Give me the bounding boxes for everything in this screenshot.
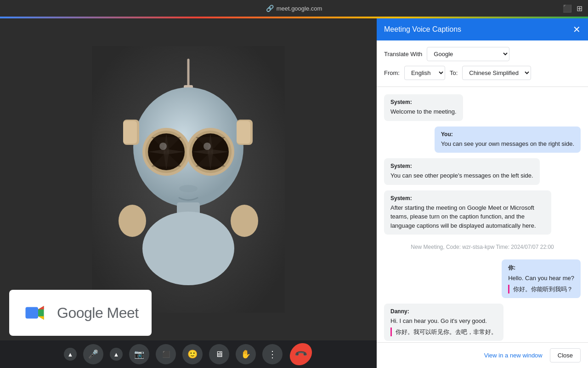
close-footer-button[interactable]: Close	[550, 348, 581, 362]
svg-rect-23	[26, 307, 39, 319]
cast-icon[interactable]: ⬛	[563, 4, 572, 13]
msg-sender-system2: System:	[390, 163, 533, 169]
grid-icon[interactable]: ⊞	[577, 4, 582, 13]
svg-point-20	[231, 205, 258, 237]
url-bar: 🔗 meet.google.com	[266, 5, 322, 12]
translate-with-row: Translate With Google	[384, 47, 581, 61]
msg-translation-danny: 你好。我可以听见你。去吧，非常好。	[390, 328, 497, 337]
view-new-window-link[interactable]: View in a new window	[484, 352, 543, 359]
message-system-welcome: System: Welcome to the meeting.	[384, 94, 463, 121]
msg-text-you: You can see your own messages on the rig…	[441, 139, 574, 149]
msg-sender-system3: System:	[390, 195, 545, 201]
google-meet-icon	[22, 299, 50, 327]
panel-close-button[interactable]: ✕	[573, 25, 581, 34]
captions-button[interactable]: ⬛	[156, 344, 176, 364]
to-label: To:	[450, 69, 458, 76]
message-you-chinese: 你: Hello. Can you hear me? 你好。你能听到我吗？	[502, 259, 581, 298]
msg-text-danny: Hi. I can hear you. Go it's very good.	[390, 316, 497, 326]
settings-area: Translate With Google From: English Span…	[377, 40, 588, 87]
main-area: Google Meet ▲ 🎤 ▲ 📷 ⬛ 🙂 🖥 ✋ ⋮ 📞 Meeting …	[0, 18, 588, 368]
bottom-controls: ▲ 🎤 ▲ 📷 ⬛ 🙂 🖥 ✋ ⋮ 📞	[0, 340, 377, 368]
svg-point-19	[119, 205, 146, 237]
svg-rect-5	[123, 121, 137, 144]
panel-title: Meeting Voice Captions	[384, 25, 461, 34]
more-options-button[interactable]: ⋮	[262, 344, 283, 364]
chevron-up-mic-button[interactable]: ▲	[64, 348, 77, 361]
from-to-row: From: English Spanish French To: Chinese…	[384, 66, 581, 80]
messages-area: System: Welcome to the meeting. You: You…	[377, 87, 588, 342]
msg-text-ni-main: Hello. Can you hear me?	[508, 274, 574, 283]
msg-sender-system1: System:	[390, 99, 457, 105]
camera-button[interactable]: 📷	[129, 344, 149, 364]
translate-with-select[interactable]: Google	[427, 47, 509, 61]
microphone-button[interactable]: 🎤	[83, 344, 103, 364]
from-label: From:	[384, 69, 400, 76]
message-system-instructions: System: After starting the meeting on Go…	[384, 190, 551, 235]
msg-text-left: You can see other people's messages on t…	[390, 171, 533, 180]
chevron-up-cam-button[interactable]: ▲	[110, 348, 123, 361]
browser-bar: 🔗 meet.google.com ⬛ ⊞	[0, 0, 588, 17]
video-area: Google Meet ▲ 🎤 ▲ 📷 ⬛ 🙂 🖥 ✋ ⋮ 📞	[0, 18, 377, 368]
message-system-left: System: You can see other people's messa…	[384, 158, 540, 185]
svg-point-18	[142, 212, 234, 285]
meeting-info: New Meeting, Code: wzr-stsa-kpw Time: 20…	[384, 240, 581, 254]
google-meet-logo: Google Meet	[9, 290, 152, 336]
msg-text-instructions: After starting the meeting on Google Mee…	[390, 203, 545, 230]
msg-sender-danny: Danny:	[390, 308, 497, 315]
from-language-select[interactable]: English Spanish French	[404, 66, 445, 80]
present-button[interactable]: 🖥	[209, 344, 229, 364]
message-you: You: You can see your own messages on th…	[435, 126, 581, 153]
msg-translation-ni: 你好。你能听到我吗？	[508, 285, 574, 294]
end-call-button[interactable]: 📞	[285, 339, 317, 368]
msg-sender-ni: 你:	[508, 264, 574, 272]
svg-point-11	[159, 143, 167, 150]
url-text: meet.google.com	[277, 5, 322, 12]
to-language-select[interactable]: Chinese Simplified English Spanish	[462, 66, 531, 80]
browser-actions: ⬛ ⊞	[563, 4, 582, 13]
raise-hand-button[interactable]: ✋	[236, 344, 256, 364]
svg-point-16	[179, 185, 198, 192]
msg-sender-you: You:	[441, 131, 574, 138]
url-icon: 🔗	[266, 5, 274, 12]
google-meet-text: Google Meet	[57, 305, 139, 322]
translate-with-label: Translate With	[384, 51, 422, 58]
panel-footer: View in a new window Close	[377, 342, 588, 368]
message-danny: Danny: Hi. I can hear you. Go it's very …	[384, 304, 503, 341]
panel-header: Meeting Voice Captions ✕	[377, 18, 588, 40]
msg-text-welcome: Welcome to the meeting.	[390, 107, 457, 116]
robot-graphic	[92, 46, 285, 313]
captions-panel: Meeting Voice Captions ✕ Translate With …	[377, 18, 588, 368]
emoji-button[interactable]: 🙂	[182, 344, 203, 364]
svg-rect-7	[237, 121, 250, 144]
svg-point-15	[204, 143, 211, 150]
